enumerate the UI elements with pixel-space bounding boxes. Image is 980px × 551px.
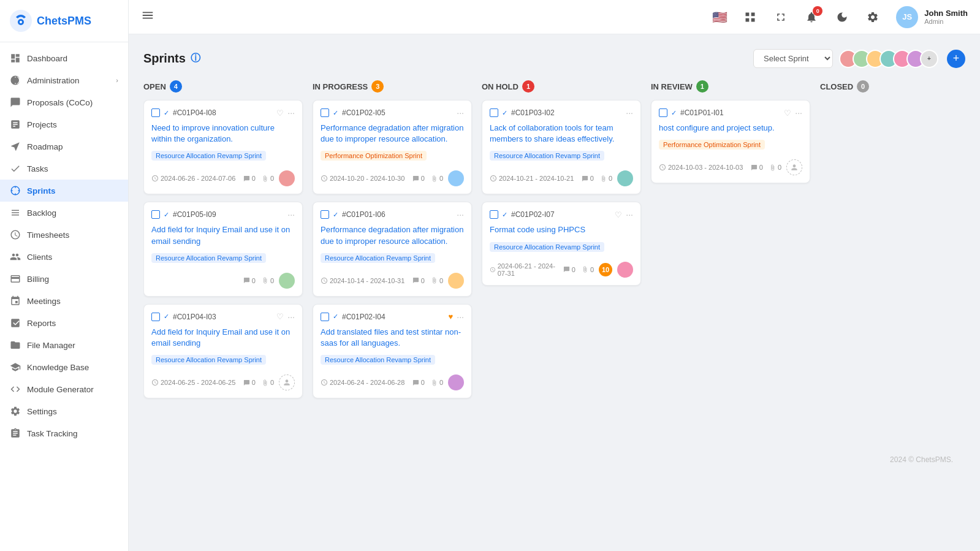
card-checkbox[interactable] [490,210,498,219]
card-comments: 0 [243,175,256,182]
card-checkbox[interactable] [321,108,329,117]
notification-badge: 0 [813,6,822,16]
card-tag[interactable]: Resource Allocation Revamp Sprint [321,355,435,365]
sidebar-item-dashboard[interactable]: Dashboard [0,47,128,69]
card-date: 2024-06-25 - 2024-06-25 [151,379,238,386]
more-icon[interactable]: ··· [287,108,295,118]
sidebar-item-knowledge-base[interactable]: Knowledge Base [0,356,128,378]
more-icon[interactable]: ··· [287,312,295,322]
card-title[interactable]: Add translated files and test stintar no… [321,327,464,349]
flag-icon: 🇺🇸 [712,10,727,25]
add-member-button[interactable]: + [947,50,965,68]
logo[interactable]: ChetsPMS [0,0,128,42]
sidebar-item-meetings[interactable]: Meetings [0,290,128,312]
more-icon[interactable]: ··· [457,108,464,118]
sidebar-item-sprints[interactable]: Sprints [0,180,128,202]
member-avatars: + [839,50,938,68]
more-icon[interactable]: ··· [795,108,802,118]
sidebar-label-reports: Reports [27,319,56,328]
pin-icon[interactable]: ♡ [276,108,284,118]
sidebar-label-module-generator: Module Generator [27,385,94,394]
sidebar-item-file-manager[interactable]: File Manager [0,334,128,356]
card-tag[interactable]: Resource Allocation Revamp Sprint [151,151,266,161]
sidebar-item-settings[interactable]: Settings [0,400,128,422]
card-id: #C01P03-I02 [511,108,555,117]
grid-button[interactable] [739,6,761,28]
settings-gear-button[interactable] [862,6,884,28]
sidebar-item-tasks[interactable]: Tasks [0,158,128,180]
user-area[interactable]: JS John Smith Admin [896,6,968,28]
sidebar-item-projects[interactable]: Projects [0,113,128,135]
member-avatar-more[interactable]: + [920,50,938,68]
hamburger-icon[interactable] [141,9,154,25]
sidebar-item-task-tracking[interactable]: Task Tracking [0,422,128,444]
card-checkbox[interactable] [151,210,160,219]
pin-icon[interactable]: ♡ [784,108,791,118]
card-attachments: 0 [431,277,443,284]
card-attachments: 0 [769,164,781,171]
sidebar-label-billing: Billing [27,275,49,284]
sidebar-label-settings: Settings [27,407,57,416]
dark-mode-button[interactable] [831,6,853,28]
card-tag[interactable]: Resource Allocation Revamp Sprint [151,355,266,365]
card-tag[interactable]: Resource Allocation Revamp Sprint [490,242,604,252]
card-title[interactable]: Performance degradation after migration … [321,123,464,145]
svg-point-2 [20,21,22,23]
card-avatar [617,170,633,186]
sidebar-item-proposals[interactable]: Proposals (CoCo) [0,91,128,113]
column-badge-inreview: 1 [696,80,708,93]
card-title[interactable]: host configure and project setup. [659,123,802,134]
sidebar-item-administration[interactable]: Administration › [0,69,128,91]
more-icon[interactable]: ··· [626,210,633,219]
card-title[interactable]: Performance degradation after migration … [321,224,464,246]
card-checkbox[interactable] [659,108,667,117]
card-tag[interactable]: Performance Optimization Sprint [321,151,427,161]
sidebar-item-clients[interactable]: Clients [0,246,128,268]
card-title[interactable]: Format code using PHPCS [490,224,633,235]
card-title[interactable]: Add field for Inquiry Email and use it o… [151,327,295,349]
card-tag[interactable]: Resource Allocation Revamp Sprint [490,151,604,161]
card-checkbox[interactable] [151,108,160,117]
card-date: 2024-10-14 - 2024-10-31 [321,277,408,284]
card-avatar-placeholder [279,374,295,390]
more-icon[interactable]: ··· [626,108,633,118]
language-selector[interactable]: 🇺🇸 [708,6,731,28]
sprint-select[interactable]: Select Sprint [753,49,833,68]
card-checkbox[interactable] [490,108,498,117]
more-icon[interactable]: ··· [457,210,464,219]
card-chevron: ✓ [164,211,169,219]
card-title[interactable]: Need to improve innovation culture withi… [151,123,295,145]
card-title[interactable]: Add field for Inquiry Email and use it o… [151,224,295,246]
more-icon[interactable]: ··· [457,312,464,322]
sidebar-label-roadmap: Roadmap [27,142,63,151]
sidebar-item-roadmap[interactable]: Roadmap [0,135,128,158]
sprints-title: Sprints ⓘ [143,51,200,66]
card-date: 2024-06-24 - 2024-06-28 [321,379,408,386]
card-date: 2024-10-21 - 2024-10-21 [490,175,577,182]
sidebar-item-billing[interactable]: Billing [0,268,128,290]
sidebar-item-backlog[interactable]: Backlog [0,202,128,224]
sprints-info-icon[interactable]: ⓘ [191,52,200,65]
pin-icon[interactable]: ♡ [615,210,622,219]
sidebar-item-reports[interactable]: Reports [0,312,128,334]
card-avatar [448,170,464,186]
sidebar-nav: Dashboard Administration › Proposals (Co… [0,42,128,551]
card-attachments: 0 [600,175,612,182]
card-checkbox[interactable] [151,313,160,321]
pin-icon[interactable]: ♡ [276,312,284,321]
pin-icon[interactable]: ♥ [449,312,454,321]
column-label-inreview: IN REVIEW [651,82,693,91]
more-icon[interactable]: ··· [287,210,295,219]
card-title[interactable]: Lack of collaboration tools for team mem… [490,123,633,145]
card-tag[interactable]: Resource Allocation Revamp Sprint [321,253,435,263]
user-name: John Smith [924,9,968,18]
sidebar-item-module-generator[interactable]: Module Generator [0,378,128,400]
card-checkbox[interactable] [321,210,329,219]
card-tag[interactable]: Performance Optimization Sprint [659,140,765,150]
notification-button[interactable]: 0 [800,6,822,28]
card-checkbox[interactable] [321,313,329,321]
card-tag[interactable]: Resource Allocation Revamp Sprint [151,253,266,263]
sidebar-item-timesheets[interactable]: Timesheets [0,224,128,246]
fullscreen-button[interactable] [770,6,792,28]
card-date: 2024-06-21 - 2024-07-31 [490,262,558,277]
